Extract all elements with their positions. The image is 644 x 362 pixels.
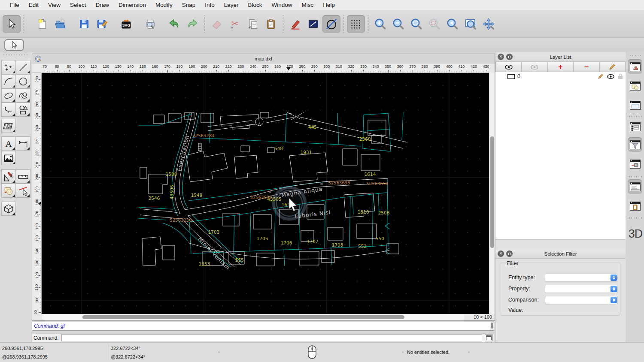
selection-filter-float-button[interactable] <box>506 250 513 257</box>
new-file-button[interactable] <box>33 15 51 33</box>
ruler-label: 400 <box>446 64 453 69</box>
svg-export-button[interactable]: SVG <box>117 15 135 33</box>
menu-item-window[interactable]: Window <box>267 2 297 8</box>
dock-pen-palette-button[interactable] <box>628 157 642 171</box>
layer-row[interactable]: 0 <box>495 72 626 81</box>
polyline-tool-button[interactable] <box>1 103 16 117</box>
dock-library-browser-button[interactable] <box>628 98 642 112</box>
undo-button[interactable] <box>165 15 183 33</box>
paste-button[interactable] <box>262 15 280 33</box>
selection-filter-header[interactable]: ✕ Selection Filter <box>495 249 626 259</box>
menu-item-block[interactable]: Block <box>243 2 267 8</box>
redo-button[interactable] <box>183 15 201 33</box>
dock-block-list-button[interactable] <box>628 78 642 93</box>
entity-type-combo[interactable] <box>545 274 618 282</box>
command-history-scrollbar[interactable] <box>490 322 494 330</box>
zoom-in-button[interactable] <box>371 15 389 33</box>
remove-layer-button[interactable]: − <box>574 62 599 72</box>
layer-list-float-button[interactable] <box>506 54 513 60</box>
zoom-auto-button[interactable] <box>407 15 425 33</box>
arc-tool-button[interactable] <box>1 74 16 88</box>
dock-command-line-button[interactable] <box>628 179 642 194</box>
eraser-button[interactable] <box>208 15 226 33</box>
command-history[interactable]: Command: gf <box>32 322 494 331</box>
cut-button[interactable]: ✂+ <box>226 15 244 33</box>
save-as-button[interactable] <box>93 15 111 33</box>
vertical-scrollbar-thumb[interactable] <box>490 136 494 248</box>
comparison-combo[interactable] <box>545 296 618 304</box>
ellipse-tool-button[interactable] <box>1 88 16 103</box>
show-all-layers-button[interactable] <box>495 62 522 72</box>
layer-edit-pencil-icon[interactable] <box>598 73 604 79</box>
measure-tool-button[interactable] <box>16 169 30 184</box>
modify-tool-button[interactable] <box>1 169 16 184</box>
menu-item-info[interactable]: Info <box>200 2 219 8</box>
open-file-button[interactable] <box>51 15 69 33</box>
hide-all-layers-button[interactable] <box>522 62 547 72</box>
image-tool-button[interactable] <box>1 151 16 165</box>
hatch-tool-button[interactable] <box>1 119 16 133</box>
grid-toggle-button[interactable] <box>347 15 365 33</box>
horizontal-scrollbar-thumb[interactable] <box>82 315 404 319</box>
layer-list-header[interactable]: ✕ Layer List <box>495 52 626 62</box>
menu-item-dimension[interactable]: Dimension <box>114 2 151 8</box>
menu-item-help[interactable]: Help <box>318 2 340 8</box>
dock-layer-list-button[interactable] <box>628 59 642 74</box>
drawing-canvas[interactable]: 4452360548193116141580254615494350643505… <box>42 73 489 314</box>
layer-list-close-button[interactable]: ✕ <box>498 54 504 60</box>
dock-separator <box>628 116 642 117</box>
select-entity-tool-button[interactable] <box>16 184 30 198</box>
circle-tool-button[interactable] <box>16 74 30 88</box>
menu-item-edit[interactable]: Edit <box>24 2 43 8</box>
add-layer-button[interactable]: + <box>548 62 574 72</box>
shape-tool-button[interactable] <box>16 103 30 117</box>
zoom-redraw-button[interactable] <box>425 15 444 33</box>
dock-clipboard-button[interactable] <box>628 199 642 213</box>
zoom-out-button[interactable] <box>389 15 407 33</box>
save-button[interactable] <box>75 15 93 33</box>
dimension-tool-button[interactable] <box>16 136 30 151</box>
zoom-pan-button[interactable] <box>480 15 498 33</box>
command-options-button[interactable] <box>485 334 493 341</box>
dock-selection-filter-button[interactable] <box>628 137 642 152</box>
dock-3d-label[interactable]: 3D <box>627 227 644 241</box>
layer-visibility-eye-icon[interactable] <box>607 74 614 79</box>
property-combo[interactable] <box>545 285 618 293</box>
ruler-label: 280 <box>299 64 305 69</box>
menu-item-view[interactable]: View <box>43 2 65 8</box>
solid-3d-tool-button[interactable] <box>1 202 16 216</box>
menu-item-layer[interactable]: Layer <box>219 2 243 8</box>
menu-item-draw[interactable]: Draw <box>91 2 114 8</box>
layer-lock-icon[interactable] <box>618 73 623 79</box>
menu-item-snap[interactable]: Snap <box>177 2 200 8</box>
command-input[interactable] <box>61 334 482 341</box>
menu-item-file[interactable]: File <box>5 2 24 8</box>
selection-filter-close-button[interactable]: ✕ <box>498 250 504 257</box>
print-preview-button[interactable] <box>141 15 159 33</box>
draft-mode-button[interactable] <box>322 15 340 33</box>
ruler-label: 180 <box>176 64 183 69</box>
menu-item-select[interactable]: Select <box>65 2 91 8</box>
zoom-window-button[interactable] <box>462 15 480 33</box>
copy-button[interactable]: + <box>244 15 262 33</box>
edit-pencil-button[interactable] <box>286 15 304 33</box>
point-tool-button[interactable] <box>1 60 16 74</box>
vertical-scrollbar[interactable] <box>489 73 495 314</box>
menu-item-modify[interactable]: Modify <box>151 2 177 8</box>
edit-layer-button[interactable] <box>600 62 626 72</box>
dock-command-options-button[interactable] <box>628 119 642 134</box>
draw-order-button[interactable] <box>304 15 322 33</box>
command-history-text: Command: gf <box>34 323 65 329</box>
selection-pointer-button[interactable] <box>4 39 24 51</box>
pointer-tool-button[interactable] <box>3 15 21 33</box>
drawing-window-titlebar[interactable]: map.dxf <box>32 54 495 63</box>
horizontal-scrollbar[interactable] <box>42 314 465 320</box>
spline-tool-button[interactable] <box>16 88 30 103</box>
block-tool-button[interactable] <box>1 184 16 198</box>
zoom-previous-button[interactable] <box>444 15 462 33</box>
palette-drag-handle[interactable] <box>3 54 27 56</box>
dock-drag-handle[interactable] <box>629 54 641 56</box>
menu-item-misc[interactable]: Misc <box>297 2 319 8</box>
text-tool-button[interactable]: A <box>1 136 16 151</box>
line-tool-button[interactable] <box>16 60 30 74</box>
